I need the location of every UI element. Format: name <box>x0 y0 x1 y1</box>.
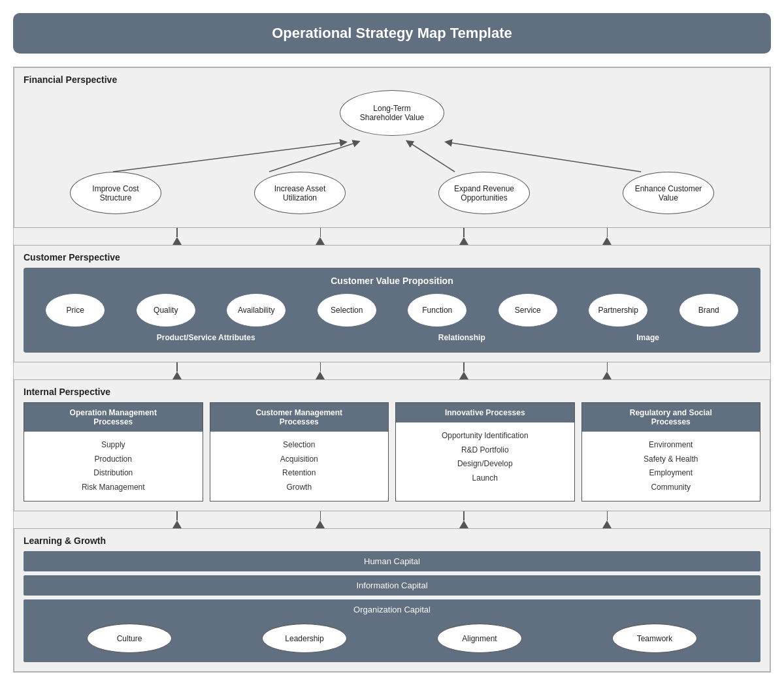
arrow2 <box>316 228 325 245</box>
internal-label: Internal Perspective <box>24 387 760 397</box>
page-title: Operational Strategy Map Template <box>13 13 771 54</box>
svg-line-2 <box>409 142 455 172</box>
human-capital-bar: Human Capital <box>24 551 760 571</box>
arrow11 <box>459 511 468 528</box>
learning-growth-perspective: Learning & Growth Human Capital Informat… <box>14 528 770 672</box>
innovative-content: Opportunity Identification R&D Portfolio… <box>396 422 574 492</box>
product-service-label: Product/Service Attributes <box>59 333 353 342</box>
operation-header: Operation Management Processes <box>24 403 203 432</box>
operation-content: Supply Production Distribution Risk Mana… <box>24 432 203 501</box>
regulatory-content: Environment Safety & Health Employment C… <box>582 432 760 501</box>
regulatory-box: Regulatory and Social Processes Environm… <box>581 402 761 502</box>
customer-mgmt-header: Customer Management Processes <box>210 403 389 432</box>
arrow4 <box>602 228 612 245</box>
customer-mgmt-content: Selection Acquisition Retention Growth <box>210 432 389 501</box>
improve-cost-oval: Improve Cost Structure <box>70 172 161 214</box>
image-label: Image <box>571 333 725 342</box>
innovative-header: Innovative Processes <box>396 403 574 422</box>
cvp-box: Customer Value Proposition Price Quality… <box>24 268 760 353</box>
org-capital-label: Organization Capital <box>29 605 755 614</box>
svg-line-3 <box>448 142 641 172</box>
alignment-oval: Alignment <box>437 624 522 653</box>
customer-label: Customer Perspective <box>24 252 760 263</box>
cust-int-connector <box>14 362 770 379</box>
financial-label: Financial Perspective <box>24 74 760 85</box>
internal-perspective: Internal Perspective Operation Managemen… <box>14 379 770 511</box>
arrow12 <box>602 511 612 528</box>
enhance-customer-oval: Enhance Customer Value <box>623 172 714 214</box>
function-oval: Function <box>408 294 466 327</box>
expand-revenue-oval: Expand Revenue Opportunities <box>438 172 530 214</box>
arrow7 <box>459 362 468 379</box>
customer-mgmt-box: Customer Management Processes Selection … <box>210 402 389 502</box>
cvp-ovals-row: Price Quality Availability Selection Fun… <box>30 294 754 327</box>
quality-oval: Quality <box>137 294 195 327</box>
innovative-box: Innovative Processes Opportunity Identif… <box>395 402 575 502</box>
lg-label: Learning & Growth <box>24 535 760 546</box>
leadership-oval: Leadership <box>262 624 347 653</box>
customer-perspective: Customer Perspective Customer Value Prop… <box>14 245 770 362</box>
org-capital-bar: Organization Capital Culture Leadership … <box>24 599 760 662</box>
operation-box: Operation Management Processes Supply Pr… <box>24 402 203 502</box>
price-oval: Price <box>46 294 105 327</box>
cvp-labels-row: Product/Service Attributes Relationship … <box>30 333 754 342</box>
arrow8 <box>602 362 612 379</box>
int-lg-connector <box>14 511 770 528</box>
arrow3 <box>459 228 468 245</box>
availability-oval: Availability <box>227 294 286 327</box>
brand-oval: Brand <box>679 294 738 327</box>
culture-oval: Culture <box>87 624 172 653</box>
arrow10 <box>316 511 325 528</box>
shareholder-value-oval: Long-Term Shareholder Value <box>340 90 444 136</box>
teamwork-oval: Teamwork <box>612 624 697 653</box>
increase-asset-oval: Increase Asset Utilization <box>254 172 346 214</box>
arrow9 <box>172 511 182 528</box>
partnership-oval: Partnership <box>589 294 647 327</box>
org-ovals-row: Culture Leadership Alignment Teamwork <box>29 624 755 653</box>
relationship-label: Relationship <box>385 333 538 342</box>
financial-perspective: Financial Perspective Long-Term Sharehol… <box>14 67 770 228</box>
service-oval: Service <box>498 294 557 327</box>
internal-grid: Operation Management Processes Supply Pr… <box>24 402 760 502</box>
arrow5 <box>172 362 182 379</box>
financial-arrows <box>24 136 760 172</box>
svg-line-1 <box>269 142 357 172</box>
cvp-title: Customer Value Proposition <box>30 276 754 286</box>
arrow6 <box>316 362 325 379</box>
selection-oval: Selection <box>318 294 376 327</box>
svg-line-0 <box>113 142 344 172</box>
regulatory-header: Regulatory and Social Processes <box>582 403 760 432</box>
fin-cust-connector <box>14 228 770 245</box>
arrow1 <box>172 228 182 245</box>
information-capital-bar: Information Capital <box>24 575 760 596</box>
